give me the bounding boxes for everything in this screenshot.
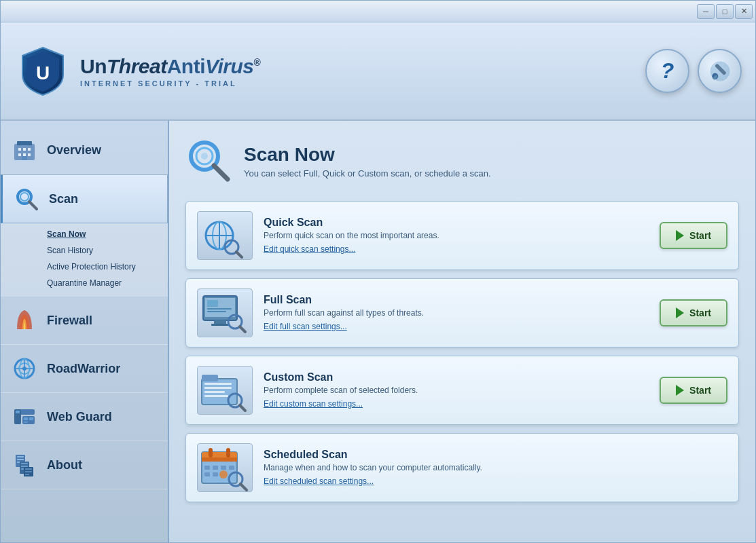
custom-scan-start-label: Start bbox=[689, 385, 711, 396]
sidebar-item-scan[interactable]: Scan bbox=[1, 174, 168, 223]
page-header-text: Scan Now You can select Full, Quick or C… bbox=[244, 144, 491, 179]
submenu-scan-now[interactable]: Scan Now bbox=[1, 226, 168, 242]
custom-scan-settings-link[interactable]: Edit custom scan settings... bbox=[264, 399, 363, 409]
custom-scan-description: Perform complete scan of selected folder… bbox=[264, 386, 649, 395]
svg-point-45 bbox=[201, 153, 208, 160]
svg-rect-10 bbox=[18, 153, 21, 156]
settings-button[interactable] bbox=[698, 49, 742, 93]
quick-scan-img bbox=[198, 212, 252, 259]
svg-rect-71 bbox=[202, 457, 237, 462]
logo-area: U UnThreatAntiVirus® INTERNET SECURITY -… bbox=[14, 42, 260, 100]
quick-scan-start-label: Start bbox=[689, 230, 711, 241]
quick-scan-start-button[interactable]: Start bbox=[660, 222, 727, 249]
about-label: About bbox=[47, 458, 82, 472]
minimize-button[interactable]: ─ bbox=[697, 4, 715, 19]
scan-nav-icon bbox=[14, 186, 39, 212]
full-scan-start-button[interactable]: Start bbox=[660, 299, 727, 326]
svg-point-16 bbox=[20, 193, 29, 201]
svg-rect-12 bbox=[28, 153, 31, 156]
quick-scan-settings-link[interactable]: Edit quick scan settings... bbox=[264, 244, 355, 254]
full-scan-content: Full Scan Perform full scan against all … bbox=[264, 294, 649, 332]
svg-rect-54 bbox=[214, 320, 226, 324]
building-icon bbox=[12, 137, 37, 163]
svg-rect-40 bbox=[25, 471, 32, 472]
sidebar-item-roadwarrior[interactable]: RoadWarrior bbox=[1, 345, 168, 393]
submenu-quarantine[interactable]: Quarantine Manager bbox=[1, 275, 168, 291]
page-description: You can select Full, Quick or Custom sca… bbox=[244, 168, 491, 179]
page-title: Scan Now bbox=[244, 144, 491, 166]
svg-rect-39 bbox=[25, 468, 32, 470]
logo-shield-icon: U bbox=[14, 42, 72, 100]
svg-rect-74 bbox=[204, 466, 210, 470]
full-scan-settings-link[interactable]: Edit full scan settings... bbox=[264, 322, 347, 331]
svg-point-82 bbox=[219, 470, 228, 479]
about-icon bbox=[12, 452, 37, 478]
custom-scan-card: Custom Scan Perform complete scan of sel… bbox=[185, 356, 739, 425]
close-button[interactable]: ✕ bbox=[735, 4, 753, 19]
scheduled-scan-title: Scheduled Scan bbox=[264, 449, 727, 461]
scheduled-scan-settings-link[interactable]: Edit scheduled scan settings... bbox=[264, 476, 374, 486]
svg-rect-65 bbox=[204, 391, 225, 393]
svg-rect-64 bbox=[204, 387, 232, 389]
svg-rect-32 bbox=[17, 459, 24, 460]
svg-rect-11 bbox=[23, 153, 26, 156]
svg-rect-63 bbox=[204, 383, 232, 385]
svg-rect-8 bbox=[23, 148, 26, 151]
submenu-active-protection[interactable]: Active Protection History bbox=[1, 259, 168, 275]
sidebar-item-webguard[interactable]: Web Guard bbox=[1, 393, 168, 441]
svg-text:U: U bbox=[36, 62, 50, 83]
scan-label: Scan bbox=[49, 192, 78, 206]
submenu-scan-history[interactable]: Scan History bbox=[1, 242, 168, 259]
play-icon bbox=[676, 230, 684, 241]
svg-rect-62 bbox=[202, 375, 218, 381]
full-scan-icon bbox=[197, 288, 253, 337]
svg-line-57 bbox=[240, 326, 245, 332]
app-header: U UnThreatAntiVirus® INTERNET SECURITY -… bbox=[1, 22, 755, 121]
custom-scan-icon bbox=[197, 366, 253, 415]
sidebar-item-about[interactable]: About bbox=[1, 441, 168, 489]
firewall-icon bbox=[12, 307, 37, 333]
full-scan-title: Full Scan bbox=[264, 294, 649, 306]
custom-scan-img bbox=[198, 367, 252, 414]
firewall-label: Firewall bbox=[47, 314, 92, 328]
scan-submenu: Scan Now Scan History Active Protection … bbox=[1, 223, 168, 297]
page-header: Scan Now You can select Full, Quick or C… bbox=[185, 137, 739, 185]
main-window: ─ □ ✕ U UnThreatAntiVirus® bbox=[0, 0, 756, 543]
quick-scan-icon bbox=[197, 211, 253, 260]
svg-rect-66 bbox=[204, 395, 228, 397]
logo-text: UnThreatAntiVirus® INTERNET SECURITY - T… bbox=[80, 55, 260, 88]
play-icon-3 bbox=[676, 385, 684, 396]
full-scan-description: Perform full scan against all types of t… bbox=[264, 308, 649, 318]
svg-rect-36 bbox=[21, 466, 28, 467]
svg-rect-27 bbox=[24, 417, 28, 420]
quick-scan-card: Quick Scan Perform quick scan on the mos… bbox=[185, 201, 739, 270]
header-buttons: ? bbox=[645, 49, 742, 93]
svg-rect-41 bbox=[25, 474, 29, 475]
svg-line-81 bbox=[240, 484, 247, 490]
svg-rect-75 bbox=[213, 466, 218, 470]
svg-rect-13 bbox=[22, 156, 27, 160]
help-button[interactable]: ? bbox=[645, 49, 689, 93]
wrench-icon bbox=[708, 59, 732, 83]
svg-rect-7 bbox=[18, 148, 21, 151]
webguard-label: Web Guard bbox=[47, 410, 112, 424]
maximize-button[interactable]: □ bbox=[716, 4, 734, 19]
webguard-icon bbox=[12, 404, 37, 430]
svg-rect-35 bbox=[21, 463, 28, 464]
roadwarrior-label: RoadWarrior bbox=[47, 362, 120, 376]
svg-rect-6 bbox=[17, 141, 32, 145]
sidebar-item-overview[interactable]: Overview bbox=[1, 126, 168, 174]
svg-rect-76 bbox=[221, 466, 226, 470]
scheduled-scan-img bbox=[198, 444, 252, 491]
full-scan-card: Full Scan Perform full scan against all … bbox=[185, 278, 739, 348]
custom-scan-start-button[interactable]: Start bbox=[660, 377, 727, 404]
titlebar: ─ □ ✕ bbox=[1, 1, 755, 22]
svg-rect-28 bbox=[29, 417, 33, 420]
full-scan-start-label: Start bbox=[689, 307, 711, 318]
overview-label: Overview bbox=[47, 143, 101, 157]
sidebar-item-firewall[interactable]: Firewall bbox=[1, 297, 168, 345]
play-icon-2 bbox=[676, 307, 684, 318]
svg-rect-26 bbox=[16, 411, 20, 413]
scheduled-scan-icon bbox=[197, 443, 253, 492]
svg-line-44 bbox=[214, 166, 228, 179]
